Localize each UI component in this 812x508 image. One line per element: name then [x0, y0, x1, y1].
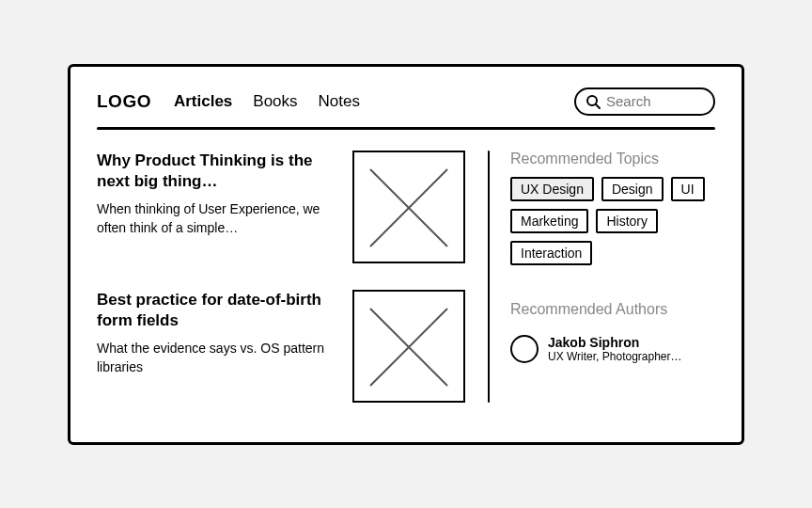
authors-heading: Recommended Authors: [510, 301, 715, 318]
content: Why Product Thinking is the next big thi…: [97, 151, 715, 403]
search-input[interactable]: [606, 93, 700, 109]
nav-links: Articles Books Notes: [174, 92, 360, 111]
search-field[interactable]: [574, 87, 715, 116]
nav-link-books[interactable]: Books: [253, 92, 297, 111]
logo[interactable]: LOGO: [97, 91, 151, 112]
topic-tag-design[interactable]: Design: [601, 177, 664, 201]
topics-heading: Recommended Topics: [510, 151, 715, 167]
header-divider: [97, 127, 715, 130]
search-icon: [586, 94, 601, 109]
nav-link-notes[interactable]: Notes: [319, 92, 360, 111]
avatar: [510, 335, 539, 363]
sidebar: Recommended Topics UX Design Design UI M…: [510, 151, 715, 403]
topic-tag-history[interactable]: History: [596, 209, 658, 233]
article-text: Why Product Thinking is the next big thi…: [97, 151, 336, 238]
nav-link-articles[interactable]: Articles: [174, 92, 232, 111]
article-title: Why Product Thinking is the next big thi…: [97, 151, 336, 194]
top-nav: LOGO Articles Books Notes: [97, 87, 715, 116]
author-name: Jakob Siphron: [548, 335, 682, 350]
app-window: LOGO Articles Books Notes Why Product Th…: [68, 64, 744, 445]
article-excerpt: When thinking of User Experience, we oft…: [97, 200, 336, 237]
article-text: Best practice for date-of-birth form fie…: [97, 290, 336, 377]
article-excerpt: What the evidence says vs. OS pattern li…: [97, 340, 336, 376]
article-item[interactable]: Why Product Thinking is the next big thi…: [97, 151, 465, 263]
author-info: Jakob Siphron UX Writer, Photographer…: [548, 335, 682, 363]
article-list: Why Product Thinking is the next big thi…: [97, 151, 465, 403]
author-bio: UX Writer, Photographer…: [548, 350, 682, 363]
author-item[interactable]: Jakob Siphron UX Writer, Photographer…: [510, 335, 715, 363]
image-placeholder-icon: [352, 151, 465, 263]
svg-line-1: [596, 104, 600, 108]
topic-tag-list: UX Design Design UI Marketing History In…: [510, 177, 715, 265]
article-title: Best practice for date-of-birth form fie…: [97, 290, 336, 333]
topic-tag-interaction[interactable]: Interaction: [510, 241, 592, 265]
topic-tag-marketing[interactable]: Marketing: [510, 209, 588, 233]
vertical-divider: [488, 151, 491, 403]
image-placeholder-icon: [352, 290, 465, 403]
topic-tag-ui[interactable]: UI: [671, 177, 705, 201]
topic-tag-ux-design[interactable]: UX Design: [510, 177, 594, 201]
article-item[interactable]: Best practice for date-of-birth form fie…: [97, 290, 465, 403]
